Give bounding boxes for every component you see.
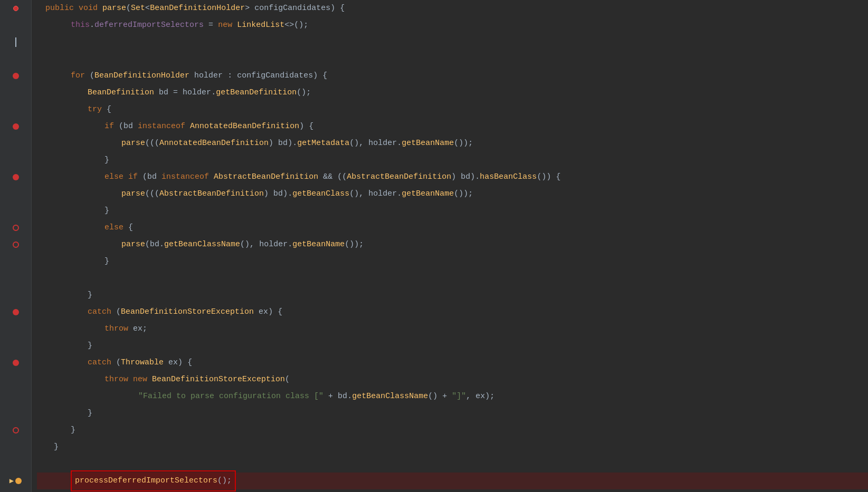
- highlighted-statement: processDeferredImportSelectors();: [71, 470, 236, 491]
- gutter-icon-none: [0, 388, 32, 405]
- gutter-icon-none: [0, 287, 32, 304]
- gutter-icon-none: [0, 101, 32, 118]
- code-line: parse(((AbstractBeanDefinition) bd).getB…: [37, 186, 868, 202]
- code-line: processDeferredImportSelectors();: [37, 472, 868, 489]
- gutter-icon-none: [0, 270, 32, 287]
- gutter-icon-none: [0, 84, 32, 101]
- gutter-icon-bp-outline: [0, 219, 32, 236]
- gutter-icon-none: [0, 439, 32, 456]
- gutter-icon-cursor: [0, 34, 32, 51]
- code-line: throw new BeanDefinitionStoreException(: [37, 371, 868, 388]
- gutter-icon-none: [0, 152, 32, 169]
- gutter-icon-bp-filled: [0, 67, 32, 84]
- code-line: }: [37, 152, 868, 169]
- code-line: else {: [37, 219, 868, 236]
- code-line: public void parse(Set<BeanDefinitionHold…: [37, 0, 868, 17]
- gutter-icon-bp-filled: [0, 304, 32, 321]
- gutter-icon-none: [0, 456, 32, 472]
- gutter-icon-bp-filled: [0, 169, 32, 186]
- gutter-icon-bp-outline: [0, 422, 32, 439]
- gutter-icon-none: [0, 489, 32, 492]
- code-line: try {: [37, 101, 868, 118]
- gutter-icon-bp-filled: [0, 118, 32, 135]
- code-line: "Failed to parse configuration class [" …: [37, 388, 868, 405]
- gutter-icon-none: [0, 371, 32, 388]
- editor-container: ▶ public void parse(Set<BeanDefinitionHo…: [0, 0, 868, 492]
- code-line: }: [37, 405, 868, 422]
- gutter-icon-none: [0, 405, 32, 422]
- gutter: ▶: [0, 0, 32, 492]
- code-line: }: [37, 422, 868, 439]
- gutter-icon-none: [0, 337, 32, 354]
- code-line: }: [37, 287, 868, 304]
- gutter-icon-none: [0, 17, 32, 34]
- gutter-icon-none: [0, 186, 32, 202]
- code-line: parse(bd.getBeanClassName(), holder.getB…: [37, 236, 868, 253]
- code-line: parse(((AnnotatedBeanDefinition) bd).get…: [37, 135, 868, 152]
- gutter-icon-bp-small: [0, 0, 32, 17]
- gutter-icon-none: [0, 321, 32, 337]
- code-line: }: [37, 202, 868, 219]
- gutter-icon-none: [0, 51, 32, 67]
- gutter-icon-debug-arrow: ▶: [0, 472, 32, 489]
- code-line: catch (BeanDefinitionStoreException ex) …: [37, 304, 868, 321]
- code-line: [37, 270, 868, 287]
- code-line: }: [37, 337, 868, 354]
- code-line: [37, 51, 868, 67]
- code-line: for (BeanDefinitionHolder holder : confi…: [37, 67, 868, 84]
- gutter-icon-none: [0, 135, 32, 152]
- gutter-icon-none: [0, 253, 32, 270]
- code-line: BeanDefinition bd = holder.getBeanDefini…: [37, 84, 868, 101]
- code-line: }: [37, 489, 868, 492]
- code-line: throw ex;: [37, 321, 868, 337]
- code-line: else if (bd instanceof AbstractBeanDefin…: [37, 169, 868, 186]
- code-line: this.deferredImportSelectors = new Linke…: [37, 17, 868, 34]
- code-line: }: [37, 253, 868, 270]
- code-line: if (bd instanceof AnnotatedBeanDefinitio…: [37, 118, 868, 135]
- gutter-icon-bp-filled: [0, 354, 32, 371]
- code-line: [37, 34, 868, 51]
- gutter-icon-none: [0, 202, 32, 219]
- code-area[interactable]: public void parse(Set<BeanDefinitionHold…: [32, 0, 868, 492]
- code-line: }: [37, 439, 868, 456]
- code-line: catch (Throwable ex) {: [37, 354, 868, 371]
- gutter-icon-bp-outline: [0, 236, 32, 253]
